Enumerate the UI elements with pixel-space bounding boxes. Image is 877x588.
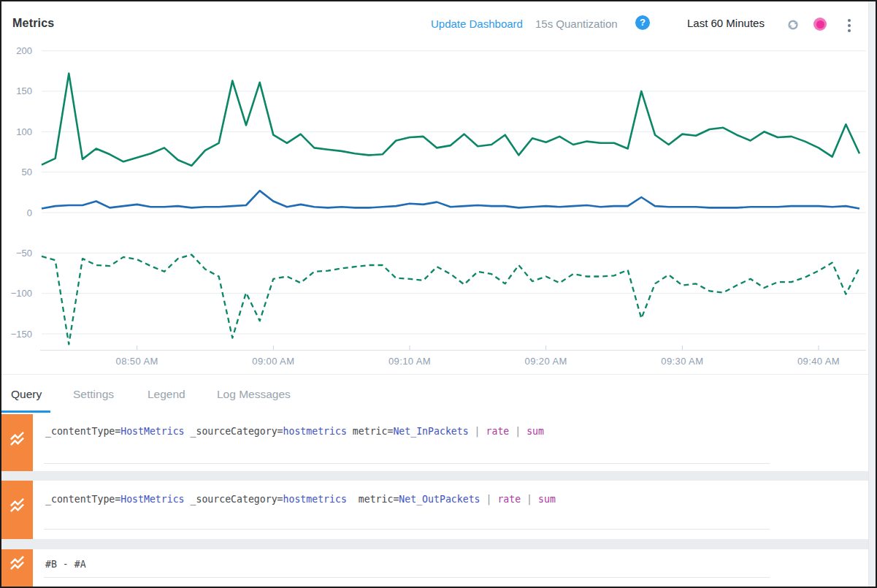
panel-title: Metrics (12, 17, 54, 30)
query-row-C: #B - #A (1, 549, 876, 588)
y-axis-label: −150 (11, 329, 32, 340)
y-axis-label: 100 (16, 126, 32, 137)
series-line-c (42, 255, 859, 345)
tab-query[interactable]: Query (11, 375, 42, 413)
y-axis-label: 150 (16, 85, 32, 96)
query-text: #B - #A (45, 559, 86, 570)
query-token: | (515, 426, 521, 437)
query-token: hostmetrics (283, 494, 347, 505)
x-axis-label: 09:10 AM (388, 356, 431, 367)
query-token: metric= (347, 494, 399, 505)
query-token: Net_OutPackets (399, 494, 480, 505)
query-token (521, 426, 526, 437)
tab-settings[interactable]: Settings (73, 375, 114, 413)
panel-header: Metrics Update Dashboard 15s Quantizatio… (1, 1, 876, 45)
kebab-menu-icon[interactable] (848, 19, 851, 32)
query-rows-container: _contentType=HostMetrics _sourceCategory… (1, 414, 876, 587)
metrics-panel: Metrics Update Dashboard 15s Quantizatio… (0, 0, 877, 588)
tab-bar: QuerySettingsLegendLog Messages (1, 374, 876, 413)
query-token (521, 494, 526, 505)
series-line-b (42, 191, 859, 208)
query-input-underline (44, 577, 770, 578)
active-tab-underline (1, 411, 50, 413)
time-range-selector[interactable]: Last 60 Minutes (687, 17, 765, 29)
query-token: sum (538, 494, 556, 505)
query-text: _contentType=HostMetrics _sourceCategory… (45, 426, 544, 437)
query-row-A: _contentType=HostMetrics _sourceCategory… (1, 414, 876, 471)
query-input-underline (44, 529, 770, 530)
query-token: _sourceCategory= (185, 426, 283, 437)
query-token: rate (486, 426, 510, 437)
query-row-B: _contentType=HostMetrics _sourceCategory… (1, 481, 876, 539)
tab-legend[interactable]: Legend (148, 375, 185, 413)
metrics-query-type-icon[interactable] (1, 414, 33, 471)
query-token: | (526, 494, 532, 505)
status-dot-icon[interactable] (813, 18, 827, 31)
x-axis-label: 09:40 AM (797, 356, 840, 367)
tab-label: Legend (148, 388, 185, 401)
query-token (469, 426, 475, 437)
query-token: _sourceCategory= (185, 494, 283, 505)
y-axis-label: −50 (16, 248, 32, 259)
query-token: rate (497, 494, 521, 505)
query-text: _contentType=HostMetrics _sourceCategory… (45, 494, 556, 505)
metrics-query-type-icon[interactable] (1, 481, 33, 539)
metrics-chart[interactable]: 200150100500−50−100−15008:50 AM09:00 AM0… (1, 45, 876, 374)
query-input-underline (44, 463, 770, 464)
query-token (532, 494, 538, 505)
y-axis-label: 0 (27, 207, 32, 218)
query-token: #B - #A (45, 559, 86, 570)
query-token: metric= (347, 426, 394, 437)
help-icon[interactable]: ? (635, 15, 650, 30)
x-axis-label: 09:30 AM (661, 356, 703, 367)
tab-label: Settings (73, 388, 114, 401)
query-token (480, 426, 486, 437)
quantization-label: 15s Quantization (535, 18, 618, 30)
query-token: HostMetrics (120, 494, 184, 505)
scrollbar-track[interactable] (868, 1, 876, 587)
tab-log-messages[interactable]: Log Messages (217, 375, 291, 413)
query-token: sum (526, 426, 544, 437)
y-axis-label: −100 (11, 288, 32, 299)
query-token: _contentType= (45, 426, 120, 437)
query-token: _contentType= (45, 494, 120, 505)
series-line-a (42, 74, 859, 166)
tab-label: Log Messages (217, 388, 291, 401)
query-token: hostmetrics (283, 426, 347, 437)
x-axis-label: 08:50 AM (116, 356, 158, 367)
x-axis-label: 09:00 AM (252, 356, 294, 367)
query-input[interactable]: _contentType=HostMetrics _sourceCategory… (33, 414, 876, 471)
update-dashboard-link[interactable]: Update Dashboard (431, 18, 523, 30)
query-token: Net_InPackets (393, 426, 468, 437)
query-token: HostMetrics (120, 426, 184, 437)
y-axis-label: 200 (16, 45, 32, 56)
query-token: | (475, 426, 480, 437)
x-axis-label: 09:20 AM (525, 356, 567, 367)
refresh-icon[interactable] (786, 18, 800, 31)
query-input[interactable]: #B - #A (33, 549, 876, 588)
y-axis-label: 50 (22, 167, 32, 177)
metrics-query-type-icon[interactable] (1, 549, 33, 588)
tab-label: Query (11, 388, 42, 401)
query-input[interactable]: _contentType=HostMetrics _sourceCategory… (33, 481, 876, 539)
